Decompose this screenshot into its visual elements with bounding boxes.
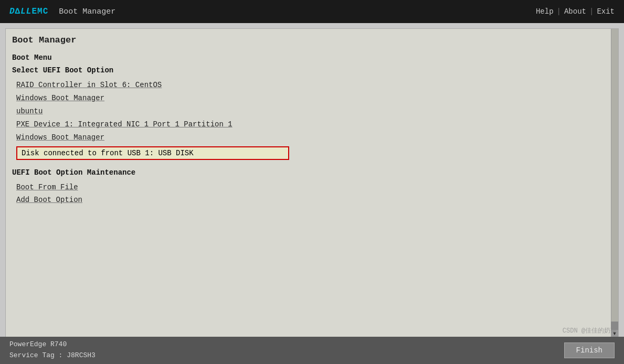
header-nav: Help | About | Exit <box>536 7 615 16</box>
watermark: CSDN @佳佳的奶茶 <box>563 326 617 335</box>
boot-option-4[interactable]: PXE Device 1: Integrated NIC 1 Port 1 Pa… <box>12 118 602 131</box>
boot-from-file[interactable]: Boot From File <box>12 181 602 194</box>
about-link[interactable]: About <box>564 7 586 16</box>
boot-option-1[interactable]: RAID Controller in Slot 6: CentOS <box>12 79 602 92</box>
help-link[interactable]: Help <box>536 7 554 16</box>
selected-option-row[interactable]: Disk connected to front USB 1: USB DISK <box>14 146 602 160</box>
bottom-info: PowerEdge R740 Service Tag : J8RCSH3 <box>9 339 96 361</box>
service-tag-row: Service Tag : J8RCSH3 <box>9 350 96 361</box>
maintenance-section: UEFI Boot Option Maintenance Boot From F… <box>12 168 602 206</box>
system-name: PowerEdge R740 <box>9 339 96 350</box>
scrollbar[interactable]: ▼ <box>611 29 618 337</box>
boot-option-2[interactable]: Windows Boot Manager <box>12 92 602 105</box>
selected-boot-option[interactable]: Disk connected to front USB 1: USB DISK <box>16 146 289 160</box>
header-left: D∆LLEMC Boot Manager <box>9 7 115 16</box>
boot-menu-label: Boot Menu <box>12 53 602 62</box>
add-boot-option[interactable]: Add Boot Option <box>12 194 602 206</box>
dell-logo: D∆LLEMC <box>9 7 48 16</box>
bottom-bar: PowerEdge R740 Service Tag : J8RCSH3 Fin… <box>0 337 624 364</box>
panel: Boot Manager Boot Menu Select UEFI Boot … <box>12 35 602 331</box>
boot-option-5[interactable]: Windows Boot Manager <box>12 131 602 144</box>
main-content: ▼ Boot Manager Boot Menu Select UEFI Boo… <box>5 28 619 338</box>
finish-button[interactable]: Finish <box>564 342 615 358</box>
header-title: Boot Manager <box>59 7 115 16</box>
service-tag-value: J8RCSH3 <box>67 351 96 359</box>
exit-link[interactable]: Exit <box>597 7 615 16</box>
header-bar: D∆LLEMC Boot Manager Help | About | Exit <box>0 0 624 23</box>
boot-options-list: RAID Controller in Slot 6: CentOS Window… <box>12 79 602 144</box>
maintenance-label: UEFI Boot Option Maintenance <box>12 168 602 177</box>
select-uefi-label: Select UEFI Boot Option <box>12 66 602 74</box>
service-tag-label: Service Tag : <box>9 351 62 359</box>
panel-title: Boot Manager <box>12 35 602 46</box>
boot-option-3[interactable]: ubuntu <box>12 105 602 118</box>
